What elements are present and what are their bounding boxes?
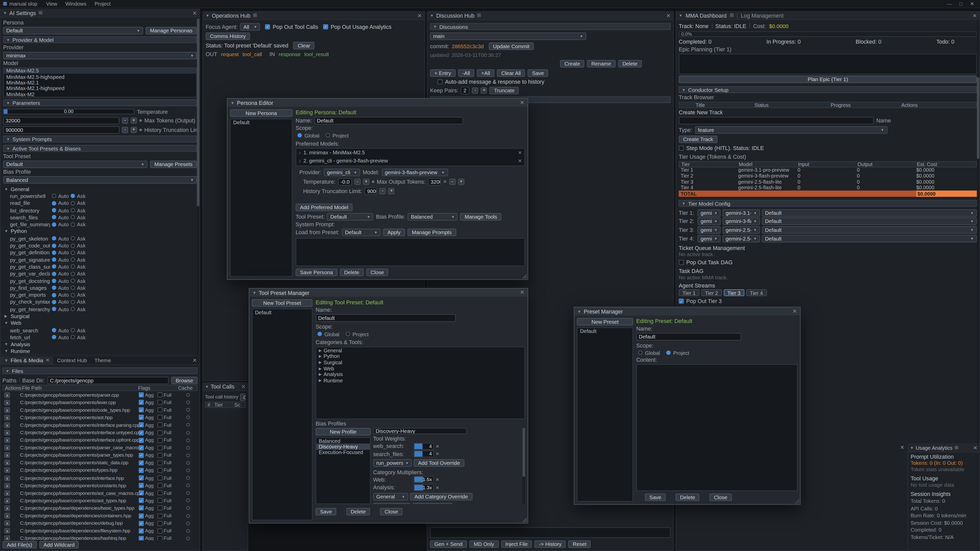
tool-preset-list-item[interactable]: Default: [252, 309, 312, 315]
preset-content-textarea[interactable]: [636, 364, 797, 491]
save-profile-button[interactable]: Save Profile: [373, 503, 410, 504]
tier-model-select[interactable]: gemini-3.1-pro-preview: [722, 209, 760, 217]
tab-context-hub[interactable]: Context Hub: [53, 357, 91, 364]
manage-tools-button[interactable]: Manage Tools: [460, 213, 501, 220]
agg-checkbox[interactable]: [139, 506, 144, 511]
agg-checkbox[interactable]: [139, 407, 144, 413]
cache-indicator-icon[interactable]: [186, 514, 190, 518]
ask-radio[interactable]: [71, 257, 75, 262]
scope-global-radio[interactable]: [298, 133, 302, 138]
popout-icon[interactable]: [955, 445, 959, 451]
tool-row[interactable]: ▼ Runtime Auto Ask: [3, 348, 197, 353]
auto-radio[interactable]: [52, 208, 56, 213]
tab-files-media[interactable]: Files & Media: [0, 357, 53, 364]
model-option[interactable]: MiniMax-M2: [4, 91, 196, 97]
decrement-button[interactable]: [472, 87, 478, 94]
reorder-icon[interactable]: [299, 159, 301, 163]
tier-model-select[interactable]: gemini-2.5-flash-lite: [722, 235, 760, 242]
cache-indicator-icon[interactable]: [186, 453, 190, 457]
agg-checkbox[interactable]: [139, 415, 144, 420]
remove-file-button[interactable]: x: [4, 536, 10, 540]
tool-row[interactable]: py_get_var_declaratio... Auto Ask: [3, 270, 197, 277]
full-checkbox[interactable]: [158, 415, 162, 420]
scope-project-radio[interactable]: [326, 133, 330, 138]
tab-theme[interactable]: Theme: [91, 357, 115, 364]
popout-icon[interactable]: [477, 13, 481, 18]
add-wildcard-button[interactable]: Add Wildcard: [39, 541, 79, 548]
ask-radio[interactable]: [71, 222, 75, 227]
auto-add-checkbox[interactable]: [438, 79, 442, 84]
collapse-all-button[interactable]: -All: [458, 69, 474, 76]
chevron-icon[interactable]: ▼: [4, 342, 9, 346]
close-icon[interactable]: [192, 11, 197, 16]
stream-tab-tier4[interactable]: Tier 4: [746, 289, 767, 296]
ask-radio[interactable]: [71, 194, 75, 198]
agg-checkbox[interactable]: [139, 468, 144, 473]
ask-radio[interactable]: [71, 251, 75, 255]
focus-agent-select[interactable]: All: [240, 23, 260, 30]
remove-multiplier-icon[interactable]: [436, 477, 439, 482]
increment-button[interactable]: [363, 178, 369, 184]
menu-item[interactable]: Windows: [65, 0, 86, 6]
agg-checkbox[interactable]: [139, 430, 144, 435]
full-checkbox[interactable]: [158, 506, 162, 511]
ask-radio[interactable]: [71, 208, 75, 213]
chevron-right-icon[interactable]: [319, 360, 321, 364]
minimize-icon[interactable]: —: [947, 1, 952, 6]
composer-button[interactable]: MD Only: [469, 540, 498, 548]
cache-indicator-icon[interactable]: [186, 476, 190, 480]
category-row[interactable]: Surgical: [316, 359, 525, 365]
persona-select[interactable]: Default: [3, 27, 143, 34]
new-preset-button[interactable]: New Preset: [577, 318, 633, 326]
preset-name-input[interactable]: Default: [636, 333, 741, 340]
profile-item[interactable]: Execution-Focused: [316, 450, 370, 456]
manage-personas-button[interactable]: Manage Personas: [146, 27, 197, 34]
profile-item[interactable]: Balanced: [316, 438, 370, 444]
tier-provider-select[interactable]: gemini: [697, 218, 721, 225]
remove-file-button[interactable]: x: [4, 498, 10, 503]
increment-button[interactable]: [130, 117, 137, 123]
tool-row[interactable]: read_file Auto Ask: [3, 200, 197, 207]
ask-radio[interactable]: [71, 201, 75, 205]
tool-row[interactable]: ▼ Python Auto Ask: [3, 228, 197, 235]
agg-checkbox[interactable]: [139, 521, 144, 526]
discussions-section-header[interactable]: Discussions: [430, 23, 671, 30]
chevron-icon[interactable]: ▶: [4, 314, 9, 318]
pop-out-tool-calls-checkbox[interactable]: [265, 24, 270, 29]
chevron-icon[interactable]: ▼: [4, 321, 9, 325]
pref-provider-select[interactable]: gemini_cli: [324, 168, 360, 176]
chevron-right-icon[interactable]: [319, 348, 321, 352]
cache-indicator-icon[interactable]: [186, 499, 190, 503]
agg-checkbox[interactable]: [139, 392, 144, 397]
full-checkbox[interactable]: [158, 407, 162, 413]
tier-preset-select[interactable]: Default: [762, 218, 977, 225]
save-button[interactable]: Save: [645, 493, 666, 500]
agg-checkbox[interactable]: [139, 483, 144, 488]
ask-radio[interactable]: [71, 300, 75, 304]
tier-model-config-section-header[interactable]: Tier Model Config: [679, 200, 977, 207]
decrement-button[interactable]: [449, 178, 455, 184]
close-icon[interactable]: [666, 13, 670, 18]
tool-row[interactable]: py_get_code_outline Auto Ask: [3, 242, 197, 249]
create-track-button[interactable]: Create Track: [679, 135, 718, 143]
agg-checkbox[interactable]: [139, 498, 144, 503]
clear-status-button[interactable]: Clear: [293, 41, 314, 49]
decrement-button[interactable]: [122, 117, 128, 123]
collapse-icon[interactable]: [430, 14, 434, 17]
tier-model-select[interactable]: gemini-3-flash-preview: [722, 218, 760, 225]
active-tool-presets-section-header[interactable]: Active Tool Presets & Biases: [3, 145, 197, 152]
ask-radio[interactable]: [71, 328, 75, 332]
full-checkbox[interactable]: [158, 445, 162, 450]
tool-row[interactable]: ▼ Web Auto Ask: [3, 320, 197, 327]
cache-indicator-icon[interactable]: [186, 423, 190, 427]
close-icon[interactable]: [970, 1, 974, 6]
tier-preset-select[interactable]: Default: [762, 235, 977, 242]
tool-row[interactable]: py_get_skeleton Auto Ask: [3, 235, 197, 242]
ask-radio[interactable]: [71, 286, 75, 290]
increment-button[interactable]: [458, 178, 464, 184]
delete-button[interactable]: Delete: [676, 493, 700, 500]
decrement-button[interactable]: [122, 127, 128, 133]
weight-input[interactable]: 4: [414, 451, 434, 457]
auto-radio[interactable]: [52, 236, 56, 241]
remove-file-button[interactable]: x: [4, 407, 10, 413]
